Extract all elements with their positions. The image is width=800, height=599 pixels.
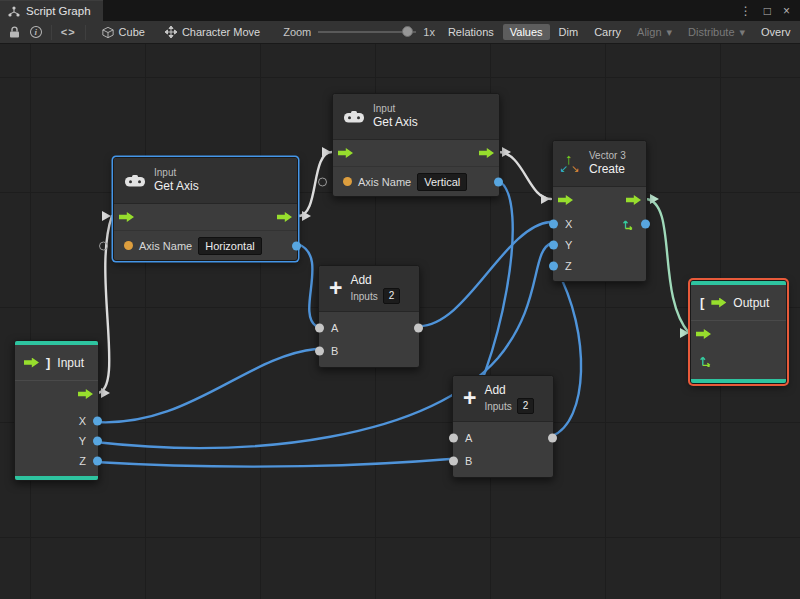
flow-ports-row	[553, 187, 646, 213]
tab-bar: Script Graph ⋮ □ ×	[0, 0, 800, 21]
flow-in-port[interactable]	[558, 195, 573, 205]
dim-button[interactable]: Dim	[552, 24, 586, 40]
port-label: Y	[79, 435, 86, 447]
edge-add1-to-vector3-x[interactable]	[418, 222, 550, 326]
z-in-port[interactable]	[549, 261, 558, 270]
flow-out-port[interactable]	[479, 148, 494, 158]
edit-script-icon[interactable]: <>	[61, 26, 76, 38]
node-input-event[interactable]: ] Input X Y Z	[14, 340, 99, 481]
zoom-value: 1x	[423, 26, 435, 38]
axis-name-row: Axis Name Horizontal	[114, 230, 297, 260]
port-row-a: A	[453, 426, 553, 449]
node-output-event[interactable]: [ Output	[690, 280, 787, 384]
edge-getaxis-vertical-to-vector3[interactable]	[498, 152, 551, 199]
flow-in-port[interactable]	[696, 329, 711, 339]
value-out-port[interactable]	[494, 177, 503, 186]
flow-out-port[interactable]	[78, 389, 93, 399]
x-out-port[interactable]	[93, 417, 102, 426]
flow-ports-row	[15, 381, 98, 407]
zoom-label: Zoom	[283, 26, 311, 38]
graph-toolbar: i <> Cube Character Move Zoom 1x Relatio…	[0, 21, 800, 44]
input-b-port[interactable]	[315, 346, 324, 355]
flow-ports-row	[114, 204, 297, 230]
flow-out-port[interactable]	[277, 212, 292, 222]
string-type-icon	[124, 241, 133, 250]
node-title: Create	[589, 162, 626, 177]
info-icon[interactable]: i	[30, 26, 42, 38]
inputs-count-input[interactable]: 2	[517, 398, 535, 414]
axis-name-input[interactable]: Vertical	[417, 173, 467, 191]
zoom-control: Zoom 1x	[283, 25, 435, 39]
input-b-port[interactable]	[449, 456, 458, 465]
node-title: Add	[484, 383, 534, 398]
edge-vector3-to-output[interactable]	[646, 199, 689, 333]
z-out-port[interactable]	[93, 457, 102, 466]
node-add-1[interactable]: + Add Inputs 2 A B	[318, 265, 420, 368]
close-icon[interactable]: ×	[783, 5, 790, 17]
flow-ports-row	[333, 140, 499, 166]
node-add-2[interactable]: + Add Inputs 2 A B	[452, 375, 554, 478]
chevron-down-icon: ▾	[740, 26, 746, 39]
tab-script-graph[interactable]: Script Graph	[0, 0, 103, 21]
edge-input-x-to-add1-b[interactable]	[95, 349, 316, 422]
flow-in-port[interactable]	[119, 212, 134, 222]
edge-getaxis-horizontal-to-vertical[interactable]	[298, 152, 332, 216]
overview-button[interactable]: Overv	[754, 24, 794, 40]
vector-out-port[interactable]	[641, 219, 650, 228]
node-title: Output	[733, 296, 769, 310]
node-get-axis-horizontal[interactable]: Input Get Axis Axis Name Horizontal	[113, 157, 298, 261]
align-button[interactable]: Align▾	[630, 24, 679, 41]
edge-input-z-to-add2-b[interactable]	[95, 459, 450, 467]
menu-icon[interactable]: ⋮	[740, 5, 752, 17]
toolbar-right-group: Relations Values Dim Carry Align▾ Distri…	[441, 24, 794, 41]
sum-out-port[interactable]	[414, 323, 423, 332]
node-vector3-create[interactable]: ↑ ↙ ↘ Vector 3 Create X	[552, 140, 647, 282]
y-out-port[interactable]	[93, 437, 102, 446]
flow-in-port[interactable]	[338, 148, 353, 158]
edge-add2-to-vector3-z[interactable]	[552, 268, 581, 436]
node-title: Get Axis	[154, 179, 199, 194]
node-category: Input	[373, 103, 418, 116]
node-category: Input	[154, 167, 199, 180]
maximize-icon[interactable]: □	[764, 5, 771, 17]
relations-button[interactable]: Relations	[441, 24, 501, 40]
port-row-z: Z	[15, 451, 98, 471]
edge-arrow	[650, 194, 659, 204]
inputs-count-input[interactable]: 2	[383, 288, 401, 304]
graph-canvas[interactable]: Input Get Axis Axis Name Vertical	[0, 44, 800, 599]
y-in-port[interactable]	[549, 240, 558, 249]
flow-out-port[interactable]	[626, 195, 641, 205]
edge-horizontal-value-to-add1-a[interactable]	[298, 244, 316, 326]
lock-icon[interactable]	[6, 23, 24, 41]
port-label: X	[565, 218, 572, 230]
node-title: Add	[350, 273, 400, 288]
toolbar-separator	[85, 25, 86, 40]
vector-axes-icon[interactable]	[699, 354, 712, 367]
edge-arrow	[101, 388, 110, 398]
context-object-button[interactable]: Cube	[95, 24, 152, 41]
zoom-slider[interactable]	[318, 25, 416, 39]
values-button[interactable]: Values	[503, 24, 550, 40]
carry-button[interactable]: Carry	[587, 24, 628, 40]
zoom-slider-handle[interactable]	[402, 26, 413, 37]
graph-asset-button[interactable]: Character Move	[158, 24, 267, 40]
axis-name-input[interactable]: Horizontal	[198, 237, 262, 255]
node-get-axis-vertical[interactable]: Input Get Axis Axis Name Vertical	[332, 93, 500, 197]
subgraph-accent-bar	[691, 379, 786, 383]
sum-out-port[interactable]	[548, 433, 557, 442]
node-header: ↑ ↙ ↘ Vector 3 Create	[553, 141, 646, 187]
value-in-port[interactable]	[99, 241, 108, 250]
node-category: Vector 3	[589, 150, 626, 163]
value-in-port[interactable]	[318, 177, 327, 186]
port-label: A	[465, 432, 472, 444]
input-a-port[interactable]	[449, 433, 458, 442]
input-a-port[interactable]	[315, 323, 324, 332]
port-row-b: B	[453, 449, 553, 472]
x-in-port[interactable]	[549, 219, 558, 228]
distribute-button[interactable]: Distribute▾	[681, 24, 752, 41]
port-label: Z	[79, 455, 86, 467]
gamepad-icon	[343, 110, 365, 124]
port-row-x: X	[553, 213, 646, 234]
gamepad-icon	[124, 174, 146, 188]
value-out-port[interactable]	[292, 241, 301, 250]
